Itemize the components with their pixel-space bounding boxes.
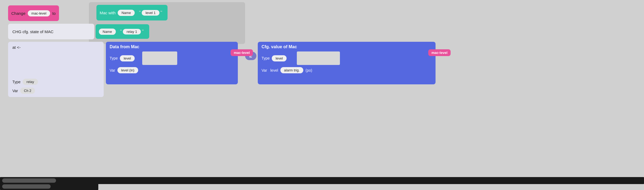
cvm-type-pill[interactable]: level — [272, 55, 287, 61]
cvm-alarm-pill[interactable]: alarm trig. — [280, 67, 304, 73]
cvm-type-label: Type — [262, 56, 270, 60]
cvm-title-row: Cfg. value of Mac — [262, 44, 432, 49]
dfm-type-row: Type level — [110, 51, 234, 65]
scroll-thumb-main[interactable] — [2, 178, 56, 183]
cvm-type-row: Type level — [262, 51, 432, 65]
change-block: Change mac-level to — [8, 5, 59, 21]
cvm-input-box[interactable] — [297, 51, 340, 65]
mac-with-block: Mac with Name " level 1 " — [96, 5, 168, 20]
cvm-var-label: Var — [262, 68, 267, 72]
scroll-thumb-left[interactable] — [2, 184, 51, 189]
at-label: at <- — [12, 45, 20, 50]
dfm-input-box[interactable] — [142, 51, 177, 65]
relay1-quoted: " relay 1 " — [118, 28, 146, 36]
dfm-type-label: Type — [110, 56, 118, 60]
dfm-type-pill[interactable]: level — [120, 55, 135, 61]
relay1-value[interactable]: relay 1 — [123, 29, 141, 34]
to-label: to — [52, 11, 56, 16]
cfg-value-block: Cfg. value of Mac Type level Var level a… — [258, 42, 436, 84]
cvm-var-row: Var level alarm trig. (po) — [262, 67, 432, 73]
level1-quoted: " level 1 " — [137, 9, 164, 17]
var-label: Var — [12, 89, 18, 93]
left-scrollbar[interactable] — [0, 183, 98, 190]
name-pill-row2[interactable]: Name — [99, 29, 116, 35]
type-label: Type — [12, 80, 20, 84]
pink-chip-left: mac-level — [231, 49, 253, 56]
pink-chip-right: mac-level — [428, 49, 451, 56]
open-quote2: " — [120, 29, 122, 34]
spacer — [12, 52, 99, 76]
name-pill-top[interactable]: Name — [118, 10, 135, 16]
ch2-pill[interactable]: Ch 2 — [20, 88, 35, 94]
cvm-title: Cfg. value of Mac — [262, 44, 297, 49]
dfm-var-pill[interactable]: level (in) — [117, 67, 138, 73]
change-label: Change — [11, 11, 26, 16]
mac-level-pill-change[interactable]: mac-level — [28, 10, 50, 16]
close-quote2: " — [142, 29, 144, 34]
chg-label: CHG cfg. state of MAC — [12, 29, 54, 34]
dfm-var-label: Var — [110, 68, 115, 72]
relay-pill[interactable]: relay — [23, 79, 38, 85]
cvm-var-label2: level — [270, 68, 278, 72]
dfm-title: Data from Mac — [110, 44, 139, 49]
type-row: Type relay — [12, 79, 99, 85]
chg-block: CHG cfg. state of MAC — [8, 24, 94, 39]
at-row: at <- — [12, 45, 99, 50]
canvas: Change mac-level to Mac with Name " leve… — [0, 0, 644, 190]
close-quote: " — [161, 10, 162, 15]
mac-with-label: Mac with — [100, 11, 116, 15]
dfm-var-row: Var level (in) — [110, 67, 234, 73]
at-block: at <- Type relay Var Ch 2 — [8, 42, 104, 97]
dfm-title-row: Data from Mac — [110, 44, 234, 49]
name-relay-block: Name " relay 1 " — [96, 24, 149, 39]
var-row: Var Ch 2 — [12, 88, 99, 94]
cvm-var-suffix: (po) — [305, 68, 312, 72]
data-from-mac-block: Data from Mac Type level Var level (in) — [106, 42, 238, 84]
open-quote: " — [139, 10, 141, 15]
level1-value[interactable]: level 1 — [142, 10, 159, 16]
